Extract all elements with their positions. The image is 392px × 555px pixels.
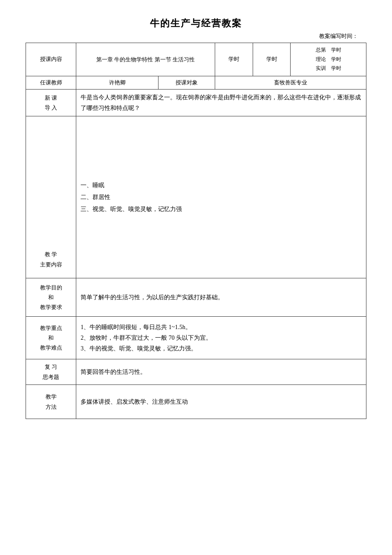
content-line3: 三、视觉、听觉、嗅觉灵敏，记忆力强: [81, 203, 362, 215]
teacher-name: 许艳卿: [76, 76, 158, 89]
row-objective: 教学目的 和 教学要求 简单了解牛的生活习性，为以后的生产实践打好基础。: [26, 278, 366, 317]
row-method: 教学 方法 多媒体讲授、启发式教学、注意师生互动: [26, 385, 366, 419]
teaching-content: 一、睡眠 二、群居性 三、视觉、听觉、嗅觉灵敏，记忆力强: [76, 116, 366, 278]
label-target: 授课对象: [158, 76, 215, 89]
key-line1: 1、牛的睡眠时间很短，每日总共 1~1.5h。: [81, 322, 362, 332]
row-review: 复 习 思考题 简要回答牛的生活习性。: [26, 359, 366, 385]
subtitle: 教案编写时间：: [26, 32, 366, 40]
main-table: 授课内容 第一章 牛的生物学特性 第一节 生活习性 学时 学时 总第 学时 理论…: [26, 43, 366, 419]
header-row-1: 授课内容 第一章 牛的生物学特性 第一节 生活习性 学时 学时 总第 学时 理论…: [26, 43, 366, 76]
page-title: 牛的生产与经营教案: [26, 17, 366, 30]
review-content: 简要回答牛的生活习性。: [76, 359, 366, 385]
row-teaching-content: 教 学 主要内容 一、睡眠 二、群居性 三、视觉、听觉、嗅觉灵敏，记忆力强: [26, 116, 366, 278]
total-hours: 总第 学时 理论 学时 实训 学时: [291, 43, 366, 76]
key-line2: 2、放牧时，牛群不宜过大，一般 70 头以下为宜。: [81, 332, 362, 343]
content-line2: 二、群居性: [81, 191, 362, 203]
label-intro: 新 课 导 入: [26, 89, 76, 116]
hours-col1: 学时: [215, 43, 253, 76]
label-review: 复 习 思考题: [26, 359, 76, 385]
objective-content: 简单了解牛的生活习性，为以后的生产实践打好基础。: [76, 278, 366, 317]
target-value: 畜牧兽医专业: [215, 76, 366, 89]
course-content: 第一章 牛的生物学特性 第一节 生活习性: [76, 43, 215, 76]
row-key-points: 教学重点 和 教学难点 1、牛的睡眠时间很短，每日总共 1~1.5h。 2、放牧…: [26, 317, 366, 359]
header-row-2: 任课教师 许艳卿 授课对象 畜牧兽医专业: [26, 76, 366, 89]
label-objective: 教学目的 和 教学要求: [26, 278, 76, 317]
key-content: 1、牛的睡眠时间很短，每日总共 1~1.5h。 2、放牧时，牛群不宜过大，一般 …: [76, 317, 366, 359]
label-course: 授课内容: [26, 43, 76, 76]
hours-col2: 学时: [253, 43, 291, 76]
label-teaching: 教 学 主要内容: [26, 116, 76, 278]
method-content: 多媒体讲授、启发式教学、注意师生互动: [76, 385, 366, 419]
content-line1: 一、睡眠: [81, 179, 362, 191]
label-teacher: 任课教师: [26, 76, 76, 89]
label-method: 教学 方法: [26, 385, 76, 419]
intro-content: 牛是当今人类饲养的重要家畜之一。现在饲养的家牛是由野牛进化而来的，那么这些牛在进…: [76, 89, 366, 116]
row-intro: 新 课 导 入 牛是当今人类饲养的重要家畜之一。现在饲养的家牛是由野牛进化而来的…: [26, 89, 366, 116]
label-key: 教学重点 和 教学难点: [26, 317, 76, 359]
key-line3: 3、牛的视觉、听觉、嗅觉灵敏，记忆力强。: [81, 343, 362, 354]
